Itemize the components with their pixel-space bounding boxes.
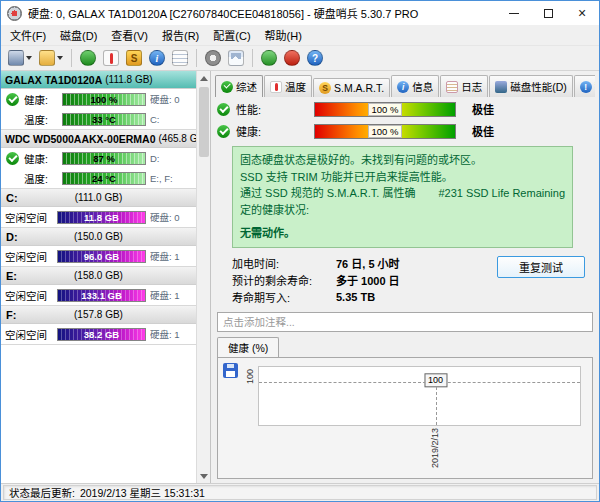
retest-button[interactable]: 重复测试 [497,256,585,278]
temperature-button[interactable] [101,48,121,68]
smart-icon: S [126,50,142,66]
menu-report[interactable]: 报告(R) [155,25,206,45]
chevron-down-icon [26,56,32,60]
chart-tab-health[interactable]: 健康 (%) [217,337,279,358]
email-icon [228,50,244,66]
partition-header: D: (150.0 GB) [1,228,196,246]
stats-grid: 加电时间: 76 日, 5 小时 预计的剩余寿命: 多于 1000 日 寿命期写… [232,255,497,306]
free-space-label: 空闲空间 [5,327,53,342]
scroll-down-icon[interactable] [197,469,211,483]
scrollbar-thumb[interactable] [199,87,209,157]
free-space-value: 133.1 GB [81,290,122,301]
free-space-value: 96.0 GB [84,251,119,262]
health-plot[interactable]: 100 100 2019/2/13 [258,366,581,427]
partition-item-e[interactable]: E: (158.0 GB) 空闲空间 133.1 GB 硬盘: 1 [1,267,196,306]
free-space-bar: 11.8 GB [57,211,146,224]
settings-button[interactable] [203,48,223,68]
disk-selector-button[interactable] [6,48,34,68]
refresh-button[interactable] [259,48,279,68]
toolbar-separator [71,49,72,67]
close-button[interactable]: × [565,1,599,25]
disk-item-galax[interactable]: GALAX TA1D0120A (111.8 GB) 健康: 100 % 硬盘:… [1,71,196,130]
plot-wrapper: 100 100 2019/2/13 [242,362,584,477]
temp-value: 24 °C [92,173,116,184]
shutdown-icon [284,50,300,66]
disk-item-wdc[interactable]: WDC WD5000AAKX-00ERMA0 (465.8 GB) 健康: 87… [1,130,196,189]
tab-label: 信息 [412,79,433,94]
free-space-bar: 133.1 GB [57,289,146,302]
comment-input[interactable] [217,312,593,332]
tab-information[interactable]: i 信息 [391,75,439,97]
free-space-row: 空闲空间 133.1 GB 硬盘: 1 [1,285,196,305]
remaining-lifetime-label: 预计的剩余寿命: [232,272,336,288]
health-ok-icon [6,152,19,165]
shutdown-button[interactable] [282,48,302,68]
free-space-label: 空闲空间 [5,288,53,303]
status-line: SSD 支持 TRIM 功能并已开启来提高性能。 [240,169,565,186]
log-button[interactable] [170,48,190,68]
main-area: GALAX TA1D0120A (111.8 GB) 健康: 100 % 硬盘:… [1,71,599,483]
status-panel: 状态最后更新: 2019/2/13 星期三 15:31:31 [3,485,597,500]
tab-label: 温度 [285,79,306,94]
log-icon [446,81,458,93]
tab-alerts[interactable]: ! 警报(A) [574,75,595,97]
tab-log[interactable]: 日志 [440,75,488,97]
performance-row: 性能: 100 % 极佳 [217,101,593,117]
smart-button[interactable]: S [124,48,144,68]
minimize-button[interactable] [497,1,531,25]
tab-bar: 综述 温度 S S.M.A.R.T. i 信息 日志 [215,74,595,97]
title-bar: 硬盘: 0, GALAX TA1D0120A [C27607840CEE0481… [1,1,599,25]
lifetime-writes-value: 5.35 TB [336,291,375,303]
partition-size: (157.8 GB) [74,309,123,320]
tab-temperature[interactable]: 温度 [264,75,312,97]
disk-header: GALAX TA1D0120A (111.8 GB) [1,71,196,89]
disk-number-label: 硬盘: 1 [150,327,192,341]
remaining-lifetime-row: 预计的剩余寿命: 多于 1000 日 [232,272,497,289]
settings-gear-icon [205,50,221,66]
temperature-bar: 24 °C [62,172,146,185]
partition-selector-button[interactable] [37,48,65,68]
sidebar-scrollbar[interactable] [196,71,210,483]
partition-item-c[interactable]: C: (111.0 GB) 空闲空间 11.8 GB 硬盘: 0 [1,189,196,228]
temperature-icon [103,50,119,66]
info-icon: i [397,81,409,93]
overview-button[interactable] [78,48,98,68]
menu-file[interactable]: 文件(F) [3,25,53,45]
date-gridline [436,382,437,425]
x-axis-tick: 2019/2/13 [430,428,440,468]
drive-letters-label: C: [150,114,192,125]
free-space-bar: 96.0 GB [57,250,146,263]
tab-overview[interactable]: 综述 [215,75,263,97]
power-on-label: 加电时间: [232,255,336,271]
disk-status-textbox: 固态硬盘状态是极好的。未找到有问题的或坏区。 SSD 支持 TRIM 功能并已开… [232,146,573,248]
power-on-value: 76 日, 5 小时 [336,255,400,271]
save-chart-icon[interactable] [223,363,238,378]
maximize-button[interactable] [531,1,565,25]
free-space-label: 空闲空间 [5,249,53,264]
help-button[interactable]: ? [305,48,325,68]
partition-item-d[interactable]: D: (150.0 GB) 空闲空间 96.0 GB 硬盘: 1 [1,228,196,267]
minimize-icon [509,13,519,14]
tab-smart[interactable]: S S.M.A.R.T. [313,78,390,97]
performance-label: 性能: [236,101,308,117]
health-bar: 87 % [62,152,146,165]
information-button[interactable]: i [147,48,167,68]
health-rating: 极佳 [472,123,494,139]
chart-tab-bar: 健康 (%) [217,337,593,358]
partition-item-f[interactable]: F: (157.8 GB) 空闲空间 38.2 GB 硬盘: 1 [1,306,196,345]
menu-help[interactable]: 帮助(H) [258,25,309,45]
scroll-up-icon[interactable] [197,71,211,85]
y-axis-tick: 100 [245,369,255,384]
tab-label: 磁盘性能(D) [510,79,567,94]
menu-view[interactable]: 查看(V) [104,25,155,45]
report-button[interactable] [226,48,246,68]
app-window: 硬盘: 0, GALAX TA1D0120A [C27607840CEE0481… [0,0,600,502]
health-ok-icon [6,93,19,106]
menu-disk[interactable]: 磁盘(D) [53,25,104,45]
menu-config[interactable]: 配置(C) [206,25,257,45]
free-space-row: 空闲空间 38.2 GB 硬盘: 1 [1,324,196,344]
performance-value: 100 % [368,103,403,116]
tab-disk-performance[interactable]: 磁盘性能(D) [489,75,573,97]
temp-label: 温度: [24,171,58,186]
partition-header: F: (157.8 GB) [1,306,196,324]
